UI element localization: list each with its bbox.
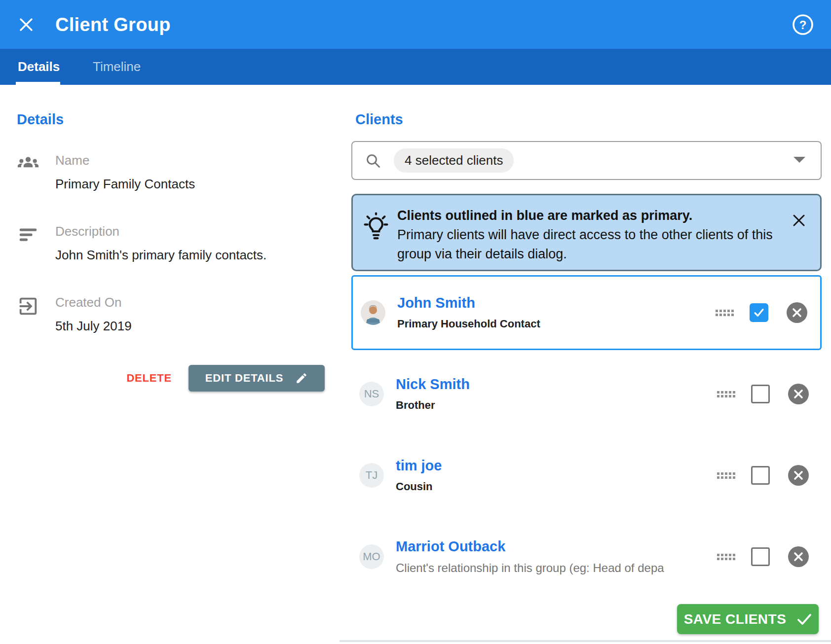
page-title: Client Group: [55, 14, 171, 35]
banner-title: Clients outlined in blue are marked as p…: [397, 206, 779, 225]
primary-checkbox[interactable]: [751, 547, 770, 566]
remove-client-icon[interactable]: [788, 546, 809, 567]
client-name-link[interactable]: John Smith: [397, 295, 540, 311]
delete-button[interactable]: DELETE: [126, 372, 172, 385]
client-text: Marriot Outback Client's relationship in…: [396, 538, 665, 575]
client-photo: [361, 300, 385, 325]
relationship-input[interactable]: Brother: [396, 399, 470, 412]
active-tab-underline: [16, 82, 60, 85]
drag-handle-icon[interactable]: [717, 554, 735, 560]
client-name-link[interactable]: Nick Smith: [396, 376, 470, 393]
client-avatar: MO: [359, 544, 384, 569]
tab-bar: Details Timeline: [0, 49, 831, 85]
relationship-input[interactable]: Cousin: [396, 480, 442, 493]
client-row-2[interactable]: NS Nick Smith Brother: [351, 357, 822, 431]
tab-timeline[interactable]: Timeline: [93, 49, 141, 85]
remove-client-icon[interactable]: [788, 384, 809, 404]
client-row-1[interactable]: John Smith Primary Household Contact: [351, 275, 822, 350]
created-on-icon: [17, 295, 39, 318]
created-on-label: Created On: [55, 295, 132, 310]
row-controls: [717, 546, 809, 567]
client-search-select[interactable]: 4 selected clients: [351, 141, 822, 180]
description-label: Description: [55, 224, 266, 239]
details-panel: Details Name Primary Family Contacts: [17, 111, 328, 417]
description-icon: [17, 224, 39, 247]
svg-text:?: ?: [799, 18, 807, 32]
selected-clients-chip: 4 selected clients: [394, 148, 514, 173]
relationship-input[interactable]: Primary Household Contact: [397, 318, 540, 330]
save-clients-label: SAVE CLIENTS: [684, 611, 787, 627]
description-value: John Smith's primary family contacts.: [55, 248, 266, 263]
pencil-icon: [295, 372, 308, 385]
client-name-link[interactable]: Marriot Outback: [396, 538, 665, 555]
banner-body: Primary clients will have direct access …: [397, 227, 773, 261]
clients-panel: Clients 4 selected clients: [351, 111, 822, 605]
created-on-field: Created On 5th July 2019: [17, 295, 132, 334]
edit-details-label: EDIT DETAILS: [205, 372, 283, 385]
chevron-down-icon[interactable]: [793, 156, 806, 165]
save-clients-button[interactable]: SAVE CLIENTS: [677, 604, 819, 634]
help-icon[interactable]: ?: [792, 13, 814, 36]
primary-checkbox[interactable]: [751, 466, 770, 485]
remove-client-icon[interactable]: [788, 465, 809, 486]
name-value: Primary Family Contacts: [55, 177, 195, 192]
primary-checkbox[interactable]: [751, 385, 770, 403]
remove-client-icon[interactable]: [787, 302, 807, 323]
lightbulb-icon: [363, 212, 389, 241]
details-actions: DELETE EDIT DETAILS: [17, 365, 325, 392]
clients-heading: Clients: [355, 111, 822, 128]
edit-details-button[interactable]: EDIT DETAILS: [189, 365, 325, 392]
created-on-value: 5th July 2019: [55, 319, 132, 334]
search-icon: [365, 153, 381, 169]
primary-info-banner: Clients outlined in blue are marked as p…: [351, 194, 822, 271]
client-avatar: [361, 300, 385, 325]
close-icon[interactable]: [19, 17, 34, 32]
drag-handle-icon[interactable]: [717, 391, 735, 397]
tab-details[interactable]: Details: [18, 49, 60, 85]
drag-handle-icon[interactable]: [717, 472, 735, 479]
row-controls: [717, 384, 809, 404]
name-field: Name Primary Family Contacts: [17, 153, 195, 192]
client-row-3[interactable]: TJ tim joe Cousin: [351, 438, 822, 513]
client-avatar: TJ: [359, 463, 384, 488]
bottom-divider: [340, 640, 831, 642]
relationship-input[interactable]: Client's relationship in this group (eg:…: [396, 561, 665, 575]
client-text: tim joe Cousin: [396, 458, 442, 493]
name-label: Name: [55, 153, 195, 168]
description-field: Description John Smith's primary family …: [17, 224, 266, 263]
banner-close-icon[interactable]: [792, 213, 806, 228]
client-avatar: NS: [359, 382, 384, 406]
client-row-4[interactable]: MO Marriot Outback Client's relationship…: [351, 519, 822, 594]
client-text: Nick Smith Brother: [396, 376, 470, 412]
client-text: John Smith Primary Household Contact: [397, 295, 540, 330]
primary-checkbox[interactable]: [750, 303, 768, 322]
drag-handle-icon[interactable]: [716, 310, 734, 316]
row-controls: [716, 302, 807, 323]
client-list: John Smith Primary Household Contact NS: [351, 275, 822, 601]
row-controls: [717, 465, 809, 486]
client-name-link[interactable]: tim joe: [396, 458, 442, 474]
check-icon: [797, 613, 812, 625]
details-heading: Details: [17, 111, 328, 128]
banner-text: Clients outlined in blue are marked as p…: [397, 206, 779, 270]
group-icon: [17, 153, 39, 176]
dialog-header: Client Group ?: [0, 0, 831, 49]
